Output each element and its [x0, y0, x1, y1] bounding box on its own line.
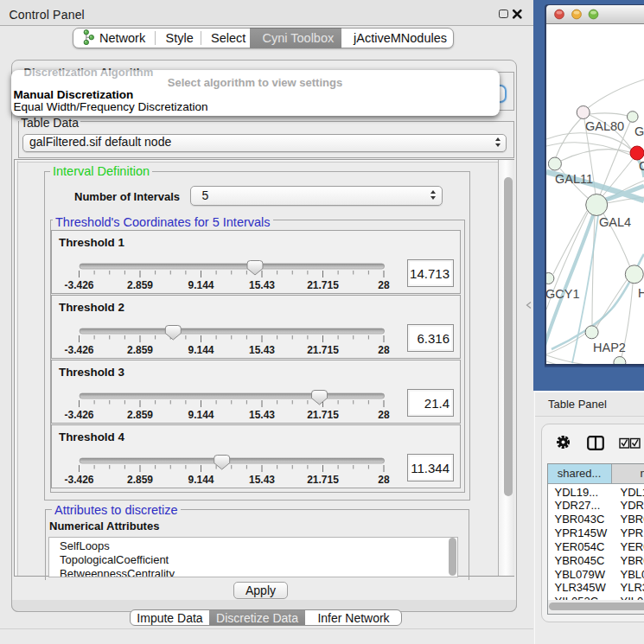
svg-text:9.144: 9.144	[188, 474, 214, 486]
svg-text:21.715: 21.715	[307, 474, 339, 486]
svg-text:2.859: 2.859	[127, 409, 153, 421]
svg-text:H: H	[638, 286, 644, 300]
svg-text:15.43: 15.43	[249, 474, 275, 486]
svg-text:GAL11: GAL11	[555, 172, 593, 186]
svg-text:GAL4: GAL4	[599, 215, 631, 229]
svg-text:2.859: 2.859	[127, 474, 153, 486]
svg-text:-3.426: -3.426	[64, 344, 93, 356]
svg-text:GCY1: GCY1	[546, 287, 580, 301]
svg-text:28: 28	[378, 409, 390, 421]
svg-text:15.43: 15.43	[249, 409, 275, 421]
svg-text:GA: GA	[634, 124, 644, 138]
svg-text:21.715: 21.715	[307, 344, 339, 356]
svg-text:15.43: 15.43	[249, 344, 275, 356]
svg-text:C: C	[639, 159, 644, 173]
svg-text:2.859: 2.859	[127, 279, 153, 291]
svg-text:28: 28	[378, 279, 390, 291]
svg-text:21.715: 21.715	[307, 409, 339, 421]
svg-text:28: 28	[378, 474, 390, 486]
svg-text:GAL80: GAL80	[585, 119, 624, 133]
svg-text:-3.426: -3.426	[64, 409, 93, 421]
svg-text:9.144: 9.144	[188, 279, 214, 291]
svg-text:9.144: 9.144	[188, 409, 214, 421]
svg-text:-3.426: -3.426	[64, 474, 93, 486]
svg-text:15.43: 15.43	[249, 279, 275, 291]
svg-text:-3.426: -3.426	[64, 279, 93, 291]
svg-text:9.144: 9.144	[188, 344, 214, 356]
svg-text:HAP2: HAP2	[593, 341, 626, 354]
svg-text:2.859: 2.859	[127, 344, 153, 356]
svg-text:28: 28	[378, 344, 390, 356]
svg-text:21.715: 21.715	[307, 279, 339, 291]
